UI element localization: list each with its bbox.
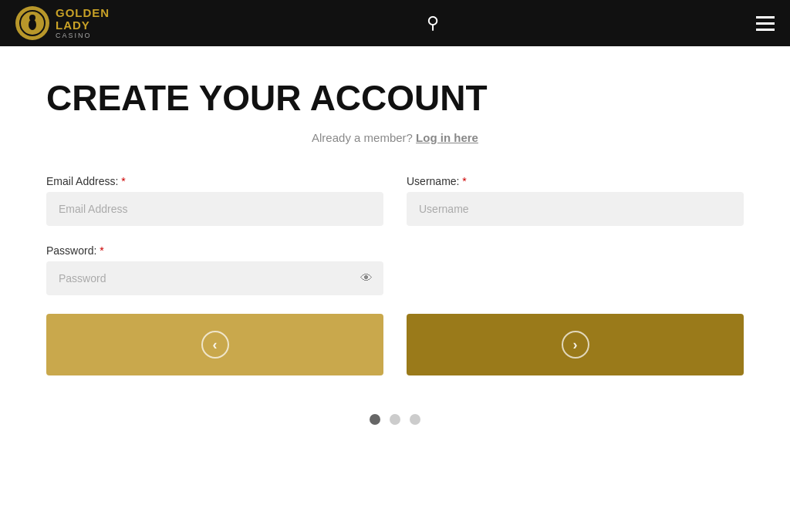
hamburger-line-1 bbox=[756, 16, 775, 19]
empty-group bbox=[407, 244, 744, 295]
login-link[interactable]: Log in here bbox=[416, 131, 478, 144]
logo-text: GOLDEN LADY CASINO bbox=[56, 7, 110, 40]
menu-icon[interactable] bbox=[756, 16, 775, 31]
username-label-text: Username: bbox=[407, 175, 459, 187]
email-input[interactable] bbox=[46, 192, 383, 226]
dot-1[interactable] bbox=[370, 414, 380, 425]
dot-3[interactable] bbox=[410, 414, 420, 425]
username-label: Username: * bbox=[407, 175, 744, 187]
email-label: Email Address: * bbox=[46, 175, 383, 187]
logo-casino: CASINO bbox=[56, 32, 110, 40]
site-header: G GOLDEN LADY CASINO ⚲ bbox=[0, 0, 790, 46]
password-row: Password: * 👁 bbox=[46, 244, 744, 295]
logo-area: G GOLDEN LADY CASINO bbox=[15, 6, 110, 40]
svg-point-3 bbox=[29, 19, 36, 30]
password-input-wrapper: 👁 bbox=[46, 261, 383, 295]
hamburger-line-3 bbox=[756, 29, 775, 31]
email-username-row: Email Address: * Username: * bbox=[46, 175, 744, 226]
svg-point-4 bbox=[29, 15, 35, 21]
logo-lady: LADY bbox=[56, 19, 110, 32]
toggle-password-icon[interactable]: 👁 bbox=[360, 271, 373, 285]
password-label: Password: * bbox=[46, 244, 383, 257]
username-input[interactable] bbox=[407, 192, 744, 226]
password-required: * bbox=[100, 244, 103, 257]
hamburger-line-2 bbox=[756, 22, 775, 25]
next-arrow-icon: › bbox=[562, 331, 589, 359]
page-title: CREATE YOUR ACCOUNT bbox=[46, 77, 744, 119]
dot-2[interactable] bbox=[390, 414, 400, 425]
button-row: ‹ › bbox=[46, 314, 744, 375]
already-member-label: Already a member? bbox=[312, 131, 413, 144]
password-input[interactable] bbox=[46, 261, 383, 295]
password-group: Password: * 👁 bbox=[46, 244, 383, 295]
back-arrow-icon: ‹ bbox=[201, 331, 229, 359]
logo-icon: G bbox=[15, 6, 49, 40]
main-content: CREATE YOUR ACCOUNT Already a member? Lo… bbox=[0, 46, 790, 471]
password-label-text: Password: bbox=[46, 244, 96, 257]
already-member-text: Already a member? Log in here bbox=[46, 131, 744, 144]
logo-golden: GOLDEN bbox=[56, 7, 110, 20]
email-group: Email Address: * bbox=[46, 175, 383, 226]
username-required: * bbox=[462, 175, 466, 187]
back-button[interactable]: ‹ bbox=[46, 314, 383, 375]
email-label-text: Email Address: bbox=[46, 175, 118, 187]
username-group: Username: * bbox=[407, 175, 744, 226]
search-icon[interactable]: ⚲ bbox=[427, 13, 439, 33]
email-required: * bbox=[121, 175, 125, 187]
pagination-dots bbox=[46, 414, 744, 425]
next-button[interactable]: › bbox=[407, 314, 744, 375]
